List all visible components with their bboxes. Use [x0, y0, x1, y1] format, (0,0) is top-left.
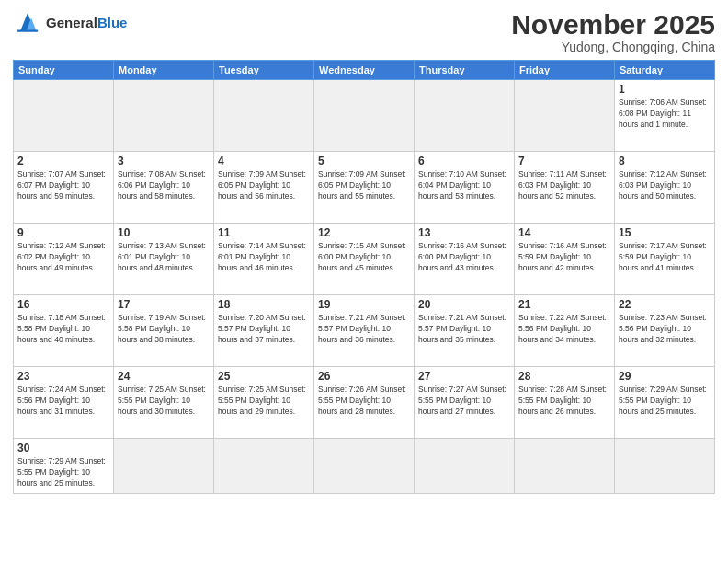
- day-info: Sunrise: 7:07 AM Sunset: 6:07 PM Dayligh…: [17, 169, 109, 202]
- day-info: Sunrise: 7:13 AM Sunset: 6:01 PM Dayligh…: [118, 241, 210, 274]
- table-row: 25Sunrise: 7:25 AM Sunset: 5:55 PM Dayli…: [214, 367, 314, 439]
- header: GeneralBlue November 2025 Yudong, Chongq…: [13, 9, 715, 54]
- location-subtitle: Yudong, Chongqing, China: [511, 40, 715, 54]
- day-info: Sunrise: 7:09 AM Sunset: 6:05 PM Dayligh…: [318, 169, 410, 202]
- table-row: 30Sunrise: 7:29 AM Sunset: 5:55 PM Dayli…: [14, 439, 114, 494]
- day-number: 11: [218, 226, 310, 239]
- day-number: 14: [518, 226, 610, 239]
- table-row: 19Sunrise: 7:21 AM Sunset: 5:57 PM Dayli…: [314, 295, 415, 367]
- page: GeneralBlue November 2025 Yudong, Chongq…: [0, 0, 728, 563]
- day-info: Sunrise: 7:15 AM Sunset: 6:00 PM Dayligh…: [318, 241, 410, 274]
- day-info: Sunrise: 7:25 AM Sunset: 5:55 PM Dayligh…: [118, 385, 210, 418]
- day-info: Sunrise: 7:28 AM Sunset: 5:55 PM Dayligh…: [518, 385, 610, 418]
- month-title: November 2025: [511, 9, 715, 40]
- day-info: Sunrise: 7:16 AM Sunset: 5:59 PM Dayligh…: [518, 241, 610, 274]
- calendar-table: Sunday Monday Tuesday Wednesday Thursday…: [13, 60, 715, 494]
- day-info: Sunrise: 7:21 AM Sunset: 5:57 PM Dayligh…: [418, 313, 510, 346]
- table-row: [114, 439, 214, 494]
- title-block: November 2025 Yudong, Chongqing, China: [511, 9, 715, 54]
- day-number: 2: [17, 155, 109, 167]
- day-number: 5: [318, 155, 410, 167]
- table-row: 27Sunrise: 7:27 AM Sunset: 5:55 PM Dayli…: [415, 367, 515, 439]
- table-row: [314, 439, 415, 494]
- day-number: 4: [218, 155, 310, 167]
- table-row: [515, 80, 615, 152]
- day-number: 8: [619, 155, 711, 167]
- logo: GeneralBlue: [13, 9, 127, 35]
- day-number: 3: [118, 155, 210, 167]
- day-info: Sunrise: 7:09 AM Sunset: 6:05 PM Dayligh…: [218, 169, 310, 202]
- day-number: 17: [118, 298, 210, 311]
- day-number: 27: [418, 370, 510, 383]
- table-row: 12Sunrise: 7:15 AM Sunset: 6:00 PM Dayli…: [314, 224, 415, 295]
- day-number: 10: [118, 226, 210, 239]
- table-row: 9Sunrise: 7:12 AM Sunset: 6:02 PM Daylig…: [14, 224, 114, 295]
- table-row: [214, 439, 314, 494]
- day-number: 29: [619, 370, 711, 383]
- table-row: [114, 80, 214, 152]
- day-number: 25: [218, 370, 310, 383]
- day-info: Sunrise: 7:17 AM Sunset: 5:59 PM Dayligh…: [619, 241, 711, 274]
- day-number: 24: [118, 370, 210, 383]
- day-info: Sunrise: 7:21 AM Sunset: 5:57 PM Dayligh…: [318, 313, 410, 346]
- table-row: 5Sunrise: 7:09 AM Sunset: 6:05 PM Daylig…: [314, 152, 415, 224]
- col-friday: Friday: [515, 61, 615, 80]
- day-info: Sunrise: 7:25 AM Sunset: 5:55 PM Dayligh…: [218, 385, 310, 418]
- day-info: Sunrise: 7:19 AM Sunset: 5:58 PM Dayligh…: [118, 313, 210, 346]
- table-row: 20Sunrise: 7:21 AM Sunset: 5:57 PM Dayli…: [415, 295, 515, 367]
- day-number: 22: [619, 298, 711, 311]
- day-info: Sunrise: 7:12 AM Sunset: 6:02 PM Dayligh…: [17, 241, 109, 274]
- day-number: 1: [619, 83, 711, 96]
- table-row: 18Sunrise: 7:20 AM Sunset: 5:57 PM Dayli…: [214, 295, 314, 367]
- day-info: Sunrise: 7:27 AM Sunset: 5:55 PM Dayligh…: [418, 385, 510, 418]
- col-tuesday: Tuesday: [214, 61, 314, 80]
- table-row: [615, 439, 715, 494]
- table-row: 2Sunrise: 7:07 AM Sunset: 6:07 PM Daylig…: [14, 152, 114, 224]
- day-number: 28: [518, 370, 610, 383]
- day-number: 6: [418, 155, 510, 167]
- logo-text: GeneralBlue: [46, 15, 127, 30]
- table-row: 1Sunrise: 7:06 AM Sunset: 6:08 PM Daylig…: [615, 80, 715, 152]
- day-number: 16: [17, 298, 109, 311]
- day-info: Sunrise: 7:26 AM Sunset: 5:55 PM Dayligh…: [318, 385, 410, 418]
- col-wednesday: Wednesday: [314, 61, 415, 80]
- table-row: [415, 80, 515, 152]
- table-row: 21Sunrise: 7:22 AM Sunset: 5:56 PM Dayli…: [515, 295, 615, 367]
- calendar-week-row: 30Sunrise: 7:29 AM Sunset: 5:55 PM Dayli…: [14, 439, 715, 494]
- col-saturday: Saturday: [615, 61, 715, 80]
- calendar-week-row: 16Sunrise: 7:18 AM Sunset: 5:58 PM Dayli…: [14, 295, 715, 367]
- day-info: Sunrise: 7:08 AM Sunset: 6:06 PM Dayligh…: [118, 169, 210, 202]
- table-row: 14Sunrise: 7:16 AM Sunset: 5:59 PM Dayli…: [515, 224, 615, 295]
- col-thursday: Thursday: [415, 61, 515, 80]
- day-number: 9: [17, 226, 109, 239]
- day-number: 19: [318, 298, 410, 311]
- day-number: 13: [418, 226, 510, 239]
- table-row: 8Sunrise: 7:12 AM Sunset: 6:03 PM Daylig…: [615, 152, 715, 224]
- day-info: Sunrise: 7:18 AM Sunset: 5:58 PM Dayligh…: [17, 313, 109, 346]
- table-row: [214, 80, 314, 152]
- day-number: 7: [518, 155, 610, 167]
- table-row: 4Sunrise: 7:09 AM Sunset: 6:05 PM Daylig…: [214, 152, 314, 224]
- day-info: Sunrise: 7:20 AM Sunset: 5:57 PM Dayligh…: [218, 313, 310, 346]
- table-row: 23Sunrise: 7:24 AM Sunset: 5:56 PM Dayli…: [14, 367, 114, 439]
- table-row: [314, 80, 415, 152]
- table-row: 29Sunrise: 7:29 AM Sunset: 5:55 PM Dayli…: [615, 367, 715, 439]
- day-info: Sunrise: 7:16 AM Sunset: 6:00 PM Dayligh…: [418, 241, 510, 274]
- table-row: 13Sunrise: 7:16 AM Sunset: 6:00 PM Dayli…: [415, 224, 515, 295]
- day-number: 12: [318, 226, 410, 239]
- table-row: 15Sunrise: 7:17 AM Sunset: 5:59 PM Dayli…: [615, 224, 715, 295]
- day-info: Sunrise: 7:12 AM Sunset: 6:03 PM Dayligh…: [619, 169, 711, 202]
- day-info: Sunrise: 7:06 AM Sunset: 6:08 PM Dayligh…: [619, 98, 711, 131]
- day-info: Sunrise: 7:14 AM Sunset: 6:01 PM Dayligh…: [218, 241, 310, 274]
- table-row: 7Sunrise: 7:11 AM Sunset: 6:03 PM Daylig…: [515, 152, 615, 224]
- calendar-week-row: 2Sunrise: 7:07 AM Sunset: 6:07 PM Daylig…: [14, 152, 715, 224]
- table-row: 11Sunrise: 7:14 AM Sunset: 6:01 PM Dayli…: [214, 224, 314, 295]
- table-row: 16Sunrise: 7:18 AM Sunset: 5:58 PM Dayli…: [14, 295, 114, 367]
- day-number: 15: [619, 226, 711, 239]
- logo-icon: [13, 9, 42, 35]
- calendar-week-row: 1Sunrise: 7:06 AM Sunset: 6:08 PM Daylig…: [14, 80, 715, 152]
- day-info: Sunrise: 7:22 AM Sunset: 5:56 PM Dayligh…: [518, 313, 610, 346]
- day-number: 21: [518, 298, 610, 311]
- table-row: [515, 439, 615, 494]
- table-row: 28Sunrise: 7:28 AM Sunset: 5:55 PM Dayli…: [515, 367, 615, 439]
